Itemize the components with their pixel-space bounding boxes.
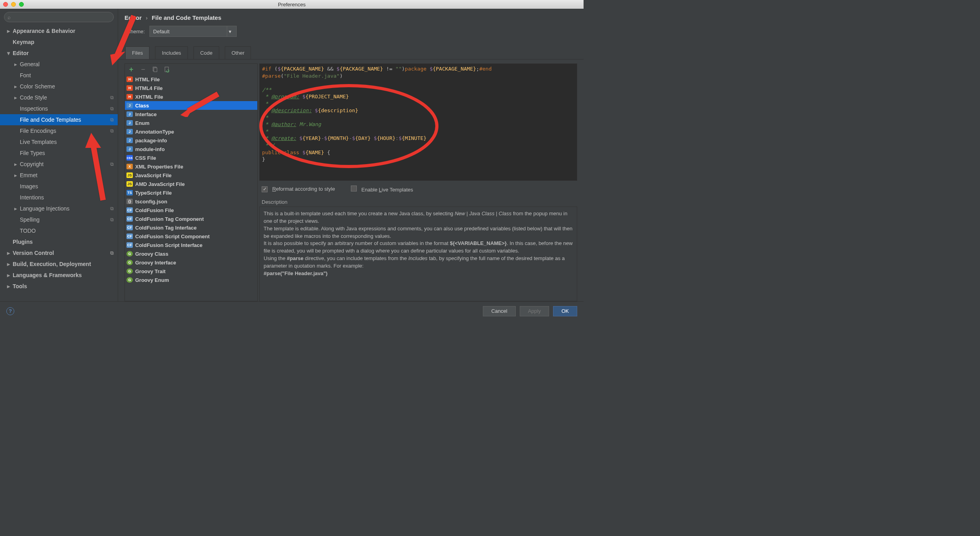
tree-arrow-icon	[14, 172, 20, 178]
sidebar-item-color-scheme[interactable]: Color Scheme	[0, 81, 118, 92]
scheme-dropdown[interactable]: Default ▾	[149, 26, 237, 37]
template-item-enum[interactable]: JEnum	[125, 119, 257, 127]
sidebar-item-build-execution-deployment[interactable]: Build, Execution, Deployment	[0, 258, 118, 270]
template-item-label: CSS File	[135, 155, 156, 161]
template-item-html-file[interactable]: HHTML File	[125, 75, 257, 84]
sidebar-item-todo[interactable]: TODO	[0, 225, 118, 236]
add-template-button[interactable]: +	[128, 66, 134, 73]
sidebar-item-file-encodings[interactable]: File Encodings⧉	[0, 125, 118, 136]
tree-item-label: Spelling	[20, 216, 40, 223]
file-type-icon: J	[126, 111, 133, 117]
apply-button[interactable]: Apply	[520, 306, 549, 316]
subtab-includes[interactable]: Includes	[155, 46, 188, 59]
template-item-javascript-file[interactable]: JSJavaScript File	[125, 171, 257, 180]
sidebar-item-spelling[interactable]: Spelling⧉	[0, 214, 118, 225]
tree-arrow-icon	[7, 28, 13, 34]
cancel-button[interactable]: Cancel	[483, 306, 515, 316]
sidebar-item-appearance-behavior[interactable]: Appearance & Behavior	[0, 25, 118, 36]
template-item-coldfusion-file[interactable]: CFColdFusion File	[125, 206, 257, 214]
template-list: HHTML FileHHTML4 FileHXHTML FileJClassJI…	[125, 75, 257, 301]
template-item-label: XML Properties File	[135, 164, 183, 170]
template-item-annotationtype[interactable]: JAnnotationType	[125, 127, 257, 136]
sidebar-item-copyright[interactable]: Copyright⧉	[0, 159, 118, 170]
file-type-icon: J	[126, 120, 133, 126]
help-button[interactable]: ?	[6, 307, 14, 315]
tree-item-label: File Encodings	[20, 128, 56, 134]
checkbox-checked-icon	[262, 186, 268, 192]
ok-button[interactable]: OK	[553, 306, 577, 316]
sidebar-item-file-and-code-templates[interactable]: File and Code Templates⧉	[0, 114, 118, 125]
maximize-window-button[interactable]	[19, 2, 24, 7]
template-item-class[interactable]: JClass	[125, 101, 257, 110]
template-item-module-info[interactable]: Jmodule-info	[125, 145, 257, 153]
sidebar-item-file-types[interactable]: File Types	[0, 147, 118, 159]
template-item-groovy-enum[interactable]: GGroovy Enum	[125, 276, 257, 284]
file-type-icon: JS	[126, 172, 133, 178]
template-item-amd-javascript-file[interactable]: JSAMD JavaScript File	[125, 180, 257, 188]
search-icon: ⌕	[8, 14, 11, 20]
sidebar-item-live-templates[interactable]: Live Templates	[0, 136, 118, 147]
template-item-interface[interactable]: JInterface	[125, 110, 257, 119]
template-item-label: module-info	[135, 146, 165, 152]
template-item-label: ColdFusion Script Component	[135, 234, 210, 239]
sidebar-item-emmet[interactable]: Emmet	[0, 170, 118, 181]
file-type-icon: CF	[126, 242, 133, 248]
sidebar-item-languages-frameworks[interactable]: Languages & Frameworks	[0, 270, 118, 281]
sidebar-item-language-injections[interactable]: Language Injections⧉	[0, 203, 118, 214]
tree-item-label: Font	[20, 72, 31, 78]
file-type-icon: J	[126, 146, 133, 152]
template-item-typescript-file[interactable]: TSTypeScript File	[125, 188, 257, 197]
tree-item-label: Tools	[13, 283, 27, 289]
sidebar-item-keymap[interactable]: Keymap	[0, 36, 118, 48]
sidebar-item-images[interactable]: Images	[0, 181, 118, 192]
file-type-icon: H	[126, 85, 133, 91]
template-item-html4-file[interactable]: HHTML4 File	[125, 84, 257, 92]
enable-live-templates-checkbox[interactable]: Enable Live Templates	[351, 186, 413, 193]
template-item-coldfusion-script-component[interactable]: CFColdFusion Script Component	[125, 232, 257, 241]
template-item-label: package-info	[135, 138, 167, 144]
sidebar-item-intentions[interactable]: Intentions	[0, 192, 118, 203]
template-item-label: Groovy Interface	[135, 260, 176, 266]
file-type-icon: X	[126, 164, 133, 169]
close-window-button[interactable]	[3, 2, 8, 7]
file-type-icon: J	[126, 103, 133, 108]
template-item-package-info[interactable]: Jpackage-info	[125, 136, 257, 145]
sidebar-item-editor[interactable]: Editor	[0, 48, 118, 59]
template-item-xml-properties-file[interactable]: XXML Properties File	[125, 162, 257, 171]
minimize-window-button[interactable]	[11, 2, 16, 7]
revert-template-button[interactable]	[164, 66, 170, 73]
template-item-coldfusion-tag-component[interactable]: CFColdFusion Tag Component	[125, 214, 257, 223]
sidebar-item-plugins[interactable]: Plugins	[0, 236, 118, 247]
template-item-css-file[interactable]: cssCSS File	[125, 153, 257, 162]
template-item-label: JavaScript File	[135, 172, 172, 178]
template-item-xhtml-file[interactable]: HXHTML File	[125, 92, 257, 101]
sidebar-item-version-control[interactable]: Version Control⧉	[0, 247, 118, 258]
reformat-checkbox[interactable]: Reformat according to style	[262, 186, 335, 192]
template-item-coldfusion-script-interface[interactable]: CFColdFusion Script Interface	[125, 241, 257, 249]
tree-item-label: Build, Execution, Deployment	[13, 261, 91, 267]
subtab-other[interactable]: Other	[225, 46, 251, 59]
template-item-label: ColdFusion Tag Component	[135, 216, 204, 222]
sidebar-item-font[interactable]: Font	[0, 70, 118, 81]
template-item-label: Groovy Enum	[135, 277, 169, 283]
sidebar-item-tools[interactable]: Tools	[0, 281, 118, 292]
sidebar-item-code-style[interactable]: Code Style⧉	[0, 92, 118, 103]
sidebar-item-general[interactable]: General	[0, 59, 118, 70]
remove-template-button[interactable]: −	[140, 66, 146, 73]
template-item-coldfusion-tag-interface[interactable]: CFColdFusion Tag Interface	[125, 223, 257, 232]
file-type-icon: G	[126, 251, 133, 257]
template-item-groovy-trait[interactable]: GGroovy Trait	[125, 267, 257, 276]
chevron-down-icon: ▾	[227, 26, 233, 36]
file-type-icon: CF	[126, 225, 133, 230]
template-item-tsconfig-json[interactable]: {}tsconfig.json	[125, 197, 257, 206]
search-input[interactable]: ⌕	[4, 12, 114, 22]
template-item-groovy-class[interactable]: GGroovy Class	[125, 249, 257, 258]
template-item-label: HTML File	[135, 77, 160, 82]
sidebar-item-inspections[interactable]: Inspections⧉	[0, 103, 118, 114]
file-type-icon: J	[126, 129, 133, 134]
subtab-files[interactable]: Files	[125, 46, 149, 59]
template-code-editor[interactable]: #if (${PACKAGE_NAME} && ${PACKAGE_NAME} …	[259, 63, 577, 181]
copy-template-button[interactable]	[152, 66, 158, 73]
subtab-code[interactable]: Code	[193, 46, 219, 59]
template-item-groovy-interface[interactable]: GGroovy Interface	[125, 258, 257, 267]
